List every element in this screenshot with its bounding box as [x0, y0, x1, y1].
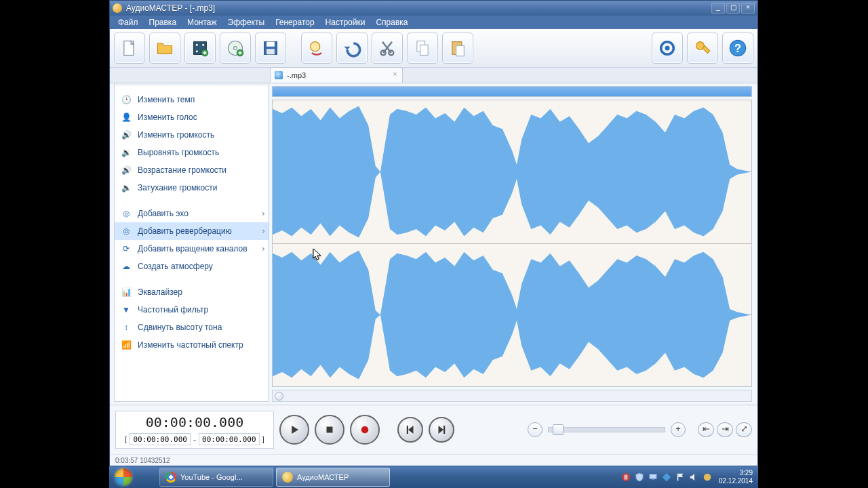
effects-list: 🕒 Изменить темп 👤 Изменить голос 🔊 Измен…	[115, 85, 269, 401]
clock-date: 02.12.2014	[719, 477, 753, 485]
new-file-button[interactable]	[114, 33, 145, 64]
main-area: Эффекты 🕒 Изменить темп 👤 Изменить голос…	[110, 83, 757, 405]
zoom-out-button[interactable]: −	[528, 422, 542, 437]
svg-marker-43	[690, 474, 694, 481]
clock-time: 3:29	[719, 469, 753, 477]
waveform-overview[interactable]	[272, 86, 752, 97]
open-file-button[interactable]	[149, 33, 180, 64]
svg-rect-18	[420, 45, 429, 55]
menu-help[interactable]: Справка	[370, 16, 413, 29]
tray-volume-icon[interactable]	[689, 472, 698, 482]
task-chrome[interactable]: YouTube - Googl...	[159, 468, 273, 487]
transport-bar: 00:00:00.000 [ - ] −	[110, 405, 757, 454]
effect-freq-filter[interactable]: ▼ Частотный фильтр	[115, 301, 269, 319]
effect-label: Выровнять громкость	[138, 148, 219, 157]
effect-normalize[interactable]: 🔉 Выровнять громкость	[115, 144, 269, 161]
effect-volume[interactable]: 🔊 Изменить громкость	[115, 126, 269, 144]
menu-bar: Файл Правка Монтаж Эффекты Генератор Нас…	[110, 16, 757, 29]
app-window: АудиоМАСТЕР - [-.mp3] _ ▢ × Файл Правка …	[109, 0, 758, 466]
record-mic-button[interactable]	[301, 33, 332, 64]
maximize-button[interactable]: ▢	[726, 3, 740, 14]
effect-fadeout[interactable]: 🔈 Затухание громкости	[115, 179, 269, 197]
task-app[interactable]: АудиоМАСТЕР	[276, 468, 390, 487]
effect-pitch[interactable]: ↕ Сдвинуть высоту тона	[115, 319, 269, 336]
record-button[interactable]	[350, 415, 380, 445]
svg-rect-12	[267, 49, 275, 54]
effect-atmosphere[interactable]: ☁ Создать атмосферу	[115, 258, 269, 275]
zoom-slider[interactable]	[548, 427, 665, 432]
effect-equalizer[interactable]: 📊 Эквалайзер	[115, 283, 269, 301]
minimize-button[interactable]: _	[711, 3, 725, 14]
effect-spectrum[interactable]: 📶 Изменить частотный спектр	[115, 336, 269, 354]
zoom-in-button[interactable]: +	[671, 422, 686, 437]
fit-all-button[interactable]: ⤢	[736, 422, 752, 437]
effect-echo[interactable]: ◎ Добавить эхо	[115, 205, 269, 222]
open-cd-button[interactable]	[220, 33, 251, 64]
bracket-left: [	[125, 435, 127, 443]
tab-close-icon[interactable]: ×	[391, 70, 399, 79]
effect-reverb[interactable]: ◎ Добавить реверберацию	[115, 222, 269, 240]
menu-effects[interactable]: Эффекты	[222, 16, 271, 29]
svg-rect-24	[703, 46, 710, 54]
help-button[interactable]: ?	[722, 33, 753, 64]
svg-text:?: ?	[734, 42, 741, 54]
effect-tempo[interactable]: 🕒 Изменить темп	[115, 91, 269, 108]
menu-montage[interactable]: Монтаж	[182, 16, 222, 29]
arrow-icon: ↕	[120, 321, 132, 333]
menu-file[interactable]: Файл	[113, 16, 144, 29]
effect-label: Изменить голос	[138, 113, 197, 122]
menu-generator[interactable]: Генератор	[270, 16, 319, 29]
svg-rect-40	[652, 479, 654, 481]
tray-network-icon[interactable]	[648, 472, 658, 482]
menu-edit[interactable]: Правка	[144, 16, 182, 29]
transport-controls	[279, 415, 454, 445]
time-to-input[interactable]	[199, 433, 260, 445]
go-start-button[interactable]: ⇤	[698, 422, 714, 437]
time-from-input[interactable]	[130, 433, 191, 445]
settings-button[interactable]	[652, 33, 683, 64]
title-bar[interactable]: АудиоМАСТЕР - [-.mp3] _ ▢ ×	[110, 1, 757, 16]
effect-label: Добавить реверберацию	[138, 226, 232, 236]
svg-point-22	[665, 46, 670, 51]
tray-shield-icon[interactable]	[635, 472, 644, 482]
activate-button[interactable]	[687, 33, 718, 64]
scroll-thumb[interactable]	[275, 392, 283, 401]
svg-point-2	[196, 44, 198, 46]
start-button[interactable]	[109, 466, 138, 488]
app-icon	[113, 3, 122, 13]
horizontal-scrollbar[interactable]	[272, 390, 752, 402]
waveform-editor[interactable]	[272, 100, 752, 387]
tray-diamond-icon[interactable]	[662, 472, 671, 482]
menu-settings[interactable]: Настройки	[320, 16, 371, 29]
svg-point-44	[704, 474, 711, 481]
tab-file[interactable]: -.mp3 ×	[270, 67, 403, 83]
svg-marker-32	[408, 426, 414, 434]
windows-orb-icon	[115, 468, 132, 486]
next-button[interactable]	[429, 417, 454, 443]
fit-selection-button[interactable]: ⇥	[717, 422, 733, 437]
paste-button[interactable]	[442, 33, 473, 64]
svg-marker-29	[292, 426, 298, 434]
taskbar-clock[interactable]: 3:29 02.12.2014	[716, 469, 753, 485]
effect-voice[interactable]: 👤 Изменить голос	[115, 108, 269, 126]
svg-rect-30	[327, 427, 333, 433]
app-task-icon	[282, 472, 293, 483]
save-button[interactable]	[255, 33, 286, 64]
copy-button[interactable]	[407, 33, 438, 64]
tray-app-icon[interactable]	[703, 472, 712, 482]
undo-button[interactable]	[336, 33, 368, 64]
open-video-button[interactable]	[184, 33, 216, 64]
cut-button[interactable]	[372, 33, 403, 64]
bars-icon: 📶	[120, 339, 132, 351]
effect-fadein[interactable]: 🔊 Возрастание громкости	[115, 161, 269, 179]
tab-label: -.mp3	[287, 71, 306, 79]
stop-button[interactable]	[315, 415, 344, 445]
prev-button[interactable]	[397, 417, 423, 443]
tray-flag-icon[interactable]	[675, 472, 685, 482]
effect-label: Частотный фильтр	[138, 305, 208, 314]
effect-channel-rotate[interactable]: ⟳ Добавить вращение каналов	[115, 240, 269, 258]
zoom-slider-thumb[interactable]	[553, 424, 564, 435]
play-button[interactable]	[279, 415, 309, 445]
close-button[interactable]: ×	[741, 3, 755, 14]
tray-record-icon[interactable]	[621, 472, 631, 482]
